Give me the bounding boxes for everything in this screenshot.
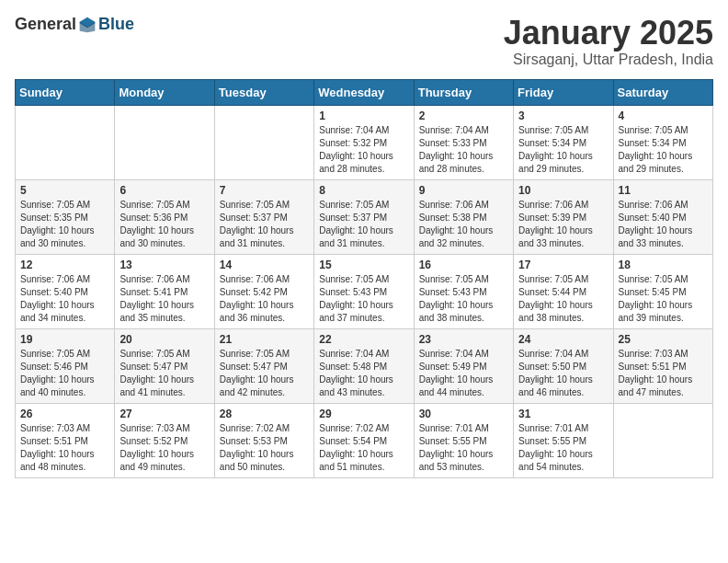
calendar-day-cell-10: 10Sunrise: 7:06 AM Sunset: 5:39 PM Dayli… — [514, 179, 613, 254]
calendar-day-cell-23: 23Sunrise: 7:04 AM Sunset: 5:49 PM Dayli… — [414, 328, 513, 403]
weekday-header-tuesday: Tuesday — [214, 79, 313, 105]
page-header: General Blue January 2025 Sirsaganj, Utt… — [15, 15, 713, 68]
day-content: Sunrise: 7:04 AM Sunset: 5:32 PM Dayligh… — [319, 124, 408, 176]
day-content: Sunrise: 7:05 AM Sunset: 5:36 PM Dayligh… — [119, 199, 209, 250]
calendar-day-cell-24: 24Sunrise: 7:04 AM Sunset: 5:50 PM Dayli… — [514, 328, 613, 403]
calendar-empty-cell — [115, 105, 214, 179]
day-content: Sunrise: 7:02 AM Sunset: 5:53 PM Dayligh… — [220, 422, 309, 474]
day-number: 18 — [619, 259, 708, 271]
day-number: 14 — [220, 259, 309, 271]
day-number: 12 — [20, 259, 109, 271]
calendar-day-cell-1: 1Sunrise: 7:04 AM Sunset: 5:32 PM Daylig… — [314, 105, 414, 179]
day-number: 16 — [419, 259, 508, 271]
day-number: 22 — [319, 333, 408, 346]
day-content: Sunrise: 7:03 AM Sunset: 5:51 PM Dayligh… — [619, 348, 708, 399]
day-content: Sunrise: 7:05 AM Sunset: 5:44 PM Dayligh… — [518, 273, 608, 325]
day-number: 9 — [419, 184, 508, 197]
day-content: Sunrise: 7:03 AM Sunset: 5:51 PM Dayligh… — [20, 422, 109, 474]
weekday-header-row: SundayMondayTuesdayWednesdayThursdayFrid… — [16, 79, 713, 105]
day-number: 15 — [319, 259, 408, 271]
day-content: Sunrise: 7:02 AM Sunset: 5:54 PM Dayligh… — [319, 422, 408, 474]
day-number: 3 — [518, 109, 608, 122]
day-content: Sunrise: 7:05 AM Sunset: 5:37 PM Dayligh… — [220, 199, 309, 250]
calendar-day-cell-3: 3Sunrise: 7:05 AM Sunset: 5:34 PM Daylig… — [514, 105, 613, 179]
calendar-day-cell-22: 22Sunrise: 7:04 AM Sunset: 5:48 PM Dayli… — [314, 328, 414, 403]
day-content: Sunrise: 7:01 AM Sunset: 5:55 PM Dayligh… — [518, 422, 608, 474]
day-content: Sunrise: 7:05 AM Sunset: 5:35 PM Dayligh… — [20, 199, 109, 250]
calendar-day-cell-6: 6Sunrise: 7:05 AM Sunset: 5:36 PM Daylig… — [115, 179, 214, 254]
calendar-day-cell-18: 18Sunrise: 7:05 AM Sunset: 5:45 PM Dayli… — [613, 254, 712, 328]
weekday-header-friday: Friday — [514, 79, 613, 105]
calendar-day-cell-17: 17Sunrise: 7:05 AM Sunset: 5:44 PM Dayli… — [514, 254, 613, 328]
day-content: Sunrise: 7:05 AM Sunset: 5:47 PM Dayligh… — [119, 348, 209, 399]
day-number: 29 — [319, 408, 408, 420]
day-content: Sunrise: 7:05 AM Sunset: 5:34 PM Dayligh… — [518, 124, 608, 176]
weekday-header-saturday: Saturday — [613, 79, 712, 105]
day-number: 8 — [319, 184, 408, 197]
day-content: Sunrise: 7:06 AM Sunset: 5:41 PM Dayligh… — [119, 273, 209, 325]
calendar-week-row: 26Sunrise: 7:03 AM Sunset: 5:51 PM Dayli… — [16, 403, 713, 477]
day-number: 19 — [20, 333, 109, 346]
day-content: Sunrise: 7:06 AM Sunset: 5:40 PM Dayligh… — [619, 199, 708, 250]
logo-icon — [78, 16, 97, 34]
calendar-day-cell-29: 29Sunrise: 7:02 AM Sunset: 5:54 PM Dayli… — [314, 403, 414, 477]
day-content: Sunrise: 7:04 AM Sunset: 5:48 PM Dayligh… — [319, 348, 408, 399]
calendar-day-cell-9: 9Sunrise: 7:06 AM Sunset: 5:38 PM Daylig… — [414, 179, 513, 254]
calendar-week-row: 5Sunrise: 7:05 AM Sunset: 5:35 PM Daylig… — [16, 179, 713, 254]
day-content: Sunrise: 7:04 AM Sunset: 5:49 PM Dayligh… — [419, 348, 508, 399]
day-content: Sunrise: 7:05 AM Sunset: 5:45 PM Dayligh… — [619, 273, 708, 325]
calendar-day-cell-14: 14Sunrise: 7:06 AM Sunset: 5:42 PM Dayli… — [214, 254, 313, 328]
calendar-empty-cell — [613, 403, 712, 477]
calendar-empty-cell — [214, 105, 313, 179]
weekday-header-monday: Monday — [115, 79, 214, 105]
calendar-day-cell-19: 19Sunrise: 7:05 AM Sunset: 5:46 PM Dayli… — [16, 328, 115, 403]
day-number: 30 — [419, 408, 508, 420]
calendar-day-cell-15: 15Sunrise: 7:05 AM Sunset: 5:43 PM Dayli… — [314, 254, 414, 328]
day-number: 11 — [619, 184, 708, 197]
day-number: 20 — [119, 333, 209, 346]
day-content: Sunrise: 7:06 AM Sunset: 5:42 PM Dayligh… — [220, 273, 309, 325]
logo-general-text: General — [15, 15, 76, 34]
day-content: Sunrise: 7:06 AM Sunset: 5:40 PM Dayligh… — [20, 273, 109, 325]
day-number: 5 — [20, 184, 109, 197]
calendar-day-cell-27: 27Sunrise: 7:03 AM Sunset: 5:52 PM Dayli… — [115, 403, 214, 477]
calendar-week-row: 1Sunrise: 7:04 AM Sunset: 5:32 PM Daylig… — [16, 105, 713, 179]
calendar-day-cell-5: 5Sunrise: 7:05 AM Sunset: 5:35 PM Daylig… — [16, 179, 115, 254]
calendar-table: SundayMondayTuesdayWednesdayThursdayFrid… — [15, 79, 713, 478]
day-number: 17 — [518, 259, 608, 271]
day-content: Sunrise: 7:06 AM Sunset: 5:38 PM Dayligh… — [419, 199, 508, 250]
day-number: 21 — [220, 333, 309, 346]
day-number: 27 — [119, 408, 209, 420]
day-number: 23 — [419, 333, 508, 346]
day-number: 6 — [119, 184, 209, 197]
day-number: 26 — [20, 408, 109, 420]
calendar-day-cell-8: 8Sunrise: 7:05 AM Sunset: 5:37 PM Daylig… — [314, 179, 414, 254]
day-number: 31 — [518, 408, 608, 420]
day-number: 2 — [419, 109, 508, 122]
calendar-day-cell-26: 26Sunrise: 7:03 AM Sunset: 5:51 PM Dayli… — [16, 403, 115, 477]
weekday-header-sunday: Sunday — [16, 79, 115, 105]
title-block: January 2025 Sirsaganj, Uttar Pradesh, I… — [504, 15, 713, 68]
day-content: Sunrise: 7:04 AM Sunset: 5:50 PM Dayligh… — [518, 348, 608, 399]
calendar-empty-cell — [16, 105, 115, 179]
day-content: Sunrise: 7:05 AM Sunset: 5:43 PM Dayligh… — [319, 273, 408, 325]
logo-blue-text: Blue — [98, 15, 134, 34]
location-subtitle: Sirsaganj, Uttar Pradesh, India — [504, 52, 713, 68]
day-content: Sunrise: 7:05 AM Sunset: 5:43 PM Dayligh… — [419, 273, 508, 325]
day-content: Sunrise: 7:05 AM Sunset: 5:34 PM Dayligh… — [619, 124, 708, 176]
day-number: 24 — [518, 333, 608, 346]
calendar-day-cell-20: 20Sunrise: 7:05 AM Sunset: 5:47 PM Dayli… — [115, 328, 214, 403]
day-content: Sunrise: 7:05 AM Sunset: 5:46 PM Dayligh… — [20, 348, 109, 399]
calendar-day-cell-30: 30Sunrise: 7:01 AM Sunset: 5:55 PM Dayli… — [414, 403, 513, 477]
calendar-day-cell-11: 11Sunrise: 7:06 AM Sunset: 5:40 PM Dayli… — [613, 179, 712, 254]
calendar-week-row: 19Sunrise: 7:05 AM Sunset: 5:46 PM Dayli… — [16, 328, 713, 403]
calendar-day-cell-7: 7Sunrise: 7:05 AM Sunset: 5:37 PM Daylig… — [214, 179, 313, 254]
calendar-day-cell-31: 31Sunrise: 7:01 AM Sunset: 5:55 PM Dayli… — [514, 403, 613, 477]
day-number: 1 — [319, 109, 408, 122]
day-content: Sunrise: 7:05 AM Sunset: 5:37 PM Dayligh… — [319, 199, 408, 250]
calendar-day-cell-2: 2Sunrise: 7:04 AM Sunset: 5:33 PM Daylig… — [414, 105, 513, 179]
day-content: Sunrise: 7:05 AM Sunset: 5:47 PM Dayligh… — [220, 348, 309, 399]
day-content: Sunrise: 7:01 AM Sunset: 5:55 PM Dayligh… — [419, 422, 508, 474]
calendar-day-cell-28: 28Sunrise: 7:02 AM Sunset: 5:53 PM Dayli… — [214, 403, 313, 477]
calendar-day-cell-16: 16Sunrise: 7:05 AM Sunset: 5:43 PM Dayli… — [414, 254, 513, 328]
